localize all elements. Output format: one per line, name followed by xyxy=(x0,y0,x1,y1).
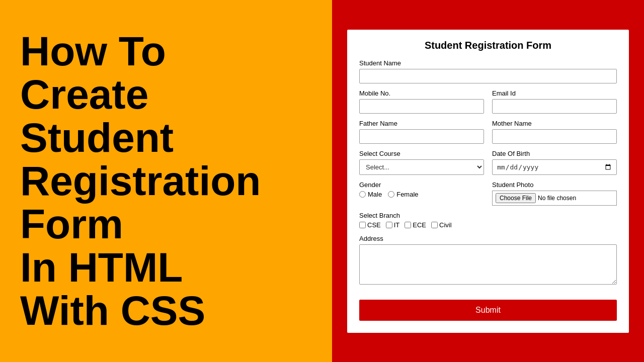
photo-col: Student Photo xyxy=(492,181,617,206)
gender-label: Gender xyxy=(359,181,484,189)
course-label: Select Course xyxy=(359,150,484,157)
right-panel: Student Registration Form Student Name M… xyxy=(332,0,644,362)
left-panel: How To Create Student Registration Form … xyxy=(0,0,332,362)
civil-option: Civil xyxy=(431,221,452,229)
email-input[interactable] xyxy=(492,99,617,114)
student-name-input[interactable] xyxy=(359,69,617,83)
female-option: Female xyxy=(388,191,418,198)
student-name-label: Student Name xyxy=(359,59,617,67)
course-col: Select Course Select... B.Tech M.Tech BC… xyxy=(359,150,484,175)
male-label: Male xyxy=(368,191,382,198)
female-radio[interactable] xyxy=(388,191,394,198)
mother-label: Mother Name xyxy=(492,120,617,127)
father-col: Father Name xyxy=(359,120,484,144)
female-label: Female xyxy=(396,191,418,198)
ece-checkbox[interactable] xyxy=(405,222,411,228)
cse-label: CSE xyxy=(367,221,381,229)
course-select[interactable]: Select... B.Tech M.Tech BCA MCA B.Sc M.S… xyxy=(359,159,484,175)
student-name-group: Student Name xyxy=(359,59,617,83)
course-dob-row: Select Course Select... B.Tech M.Tech BC… xyxy=(359,150,617,175)
mobile-label: Mobile No. xyxy=(359,89,484,97)
email-col: Email Id xyxy=(492,89,617,114)
branch-group: Select Branch CSE IT ECE Civil xyxy=(359,212,617,229)
ece-option: ECE xyxy=(405,221,426,229)
address-textarea[interactable] xyxy=(359,244,617,285)
email-label: Email Id xyxy=(492,89,617,97)
male-radio[interactable] xyxy=(359,191,366,198)
mother-input[interactable] xyxy=(492,129,617,144)
it-checkbox[interactable] xyxy=(386,222,392,228)
gender-options: Male Female xyxy=(359,191,484,198)
photo-label: Student Photo xyxy=(492,181,617,189)
civil-label: Civil xyxy=(439,221,452,229)
it-label: IT xyxy=(394,221,400,229)
civil-checkbox[interactable] xyxy=(431,222,438,228)
father-label: Father Name xyxy=(359,120,484,127)
address-label: Address xyxy=(359,235,617,242)
left-panel-title: How To Create Student Registration Form … xyxy=(20,30,312,333)
mother-col: Mother Name xyxy=(492,120,617,144)
male-option: Male xyxy=(359,191,382,198)
gender-col: Gender Male Female xyxy=(359,181,484,206)
branch-label: Select Branch xyxy=(359,212,617,219)
photo-file-input[interactable] xyxy=(492,191,617,206)
gender-photo-row: Gender Male Female Student Photo xyxy=(359,181,617,206)
parents-row: Father Name Mother Name xyxy=(359,120,617,144)
file-input-wrapper xyxy=(492,191,617,206)
cse-checkbox[interactable] xyxy=(359,222,366,228)
cse-option: CSE xyxy=(359,221,381,229)
form-title: Student Registration Form xyxy=(359,40,617,51)
submit-button[interactable]: Submit xyxy=(359,300,617,321)
mobile-email-row: Mobile No. Email Id xyxy=(359,89,617,114)
father-input[interactable] xyxy=(359,129,484,144)
address-group: Address xyxy=(359,235,617,287)
mobile-input[interactable] xyxy=(359,99,484,114)
dob-input[interactable] xyxy=(492,159,617,175)
branch-options: CSE IT ECE Civil xyxy=(359,221,617,229)
dob-col: Date Of Birth xyxy=(492,150,617,175)
dob-label: Date Of Birth xyxy=(492,150,617,157)
mobile-col: Mobile No. xyxy=(359,89,484,114)
it-option: IT xyxy=(386,221,400,229)
ece-label: ECE xyxy=(413,221,426,229)
form-container: Student Registration Form Student Name M… xyxy=(347,30,629,333)
